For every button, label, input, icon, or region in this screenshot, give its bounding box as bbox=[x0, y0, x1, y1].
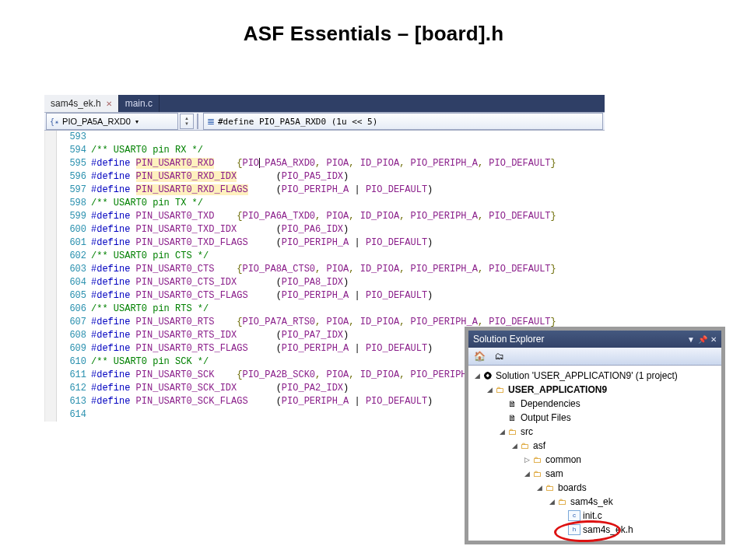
pin-icon[interactable]: 📌 bbox=[698, 335, 707, 344]
code-token: PIO_PERIPH_A bbox=[282, 396, 349, 407]
code-token: , bbox=[399, 158, 410, 169]
tree-node[interactable]: hsam4s_ek.h bbox=[470, 523, 720, 537]
expand-collapse-icon[interactable]: ▷ bbox=[523, 456, 531, 464]
breakpoint-margin[interactable] bbox=[45, 131, 57, 422]
code-token: ) bbox=[343, 383, 349, 394]
expand-collapse-icon[interactable]: ◢ bbox=[473, 372, 481, 380]
code-token: PIO bbox=[242, 158, 259, 169]
definition-combo[interactable]: ≣ #define PIO_PA5A_RXD0 (1u << 5) bbox=[203, 113, 603, 130]
dropdown-icon[interactable]: ▼ bbox=[687, 335, 695, 344]
code-token: | bbox=[349, 290, 366, 301]
code-token: _PA5A_RXD0 bbox=[259, 158, 315, 169]
code-token: /** USART0 pin RTS */ bbox=[91, 303, 209, 314]
code-token: PIO_PERIPH_A bbox=[411, 264, 478, 275]
code-line[interactable]: #define PIN_USART0_TXD {PIO_PA6A_TXD0, P… bbox=[91, 210, 605, 223]
code-line[interactable]: /** USART0 pin CTS */ bbox=[91, 250, 605, 263]
code-line[interactable] bbox=[91, 131, 605, 144]
line-number: 598 bbox=[57, 197, 86, 210]
editor-tabstrip: sam4s_ek.h✕main.c bbox=[44, 95, 605, 112]
slide-title: ASF Essentials – [board].h bbox=[0, 22, 747, 46]
code-token bbox=[214, 158, 237, 169]
tree-node[interactable]: ◢🗀asf bbox=[470, 439, 720, 453]
editor-tab[interactable]: main.c bbox=[119, 95, 160, 112]
close-icon[interactable]: ✕ bbox=[710, 335, 717, 344]
line-number: 606 bbox=[57, 303, 86, 316]
code-line[interactable]: #define PIN_USART0_TXD_FLAGS (PIO_PERIPH… bbox=[91, 236, 605, 250]
expand-collapse-icon[interactable]: ◢ bbox=[523, 470, 531, 478]
tree-node[interactable]: ◢🗀USER_APPLICATION9 bbox=[470, 383, 720, 397]
code-token: PIN_USART0_CTS_FLAGS bbox=[136, 290, 248, 301]
code-line[interactable]: /** USART0 pin RTS */ bbox=[91, 303, 605, 316]
code-token: | bbox=[349, 237, 366, 248]
editor-tab[interactable]: sam4s_ek.h✕ bbox=[44, 95, 119, 112]
code-token: /** USART0 pin TX */ bbox=[91, 198, 203, 208]
solution-explorer-title-bar[interactable]: Solution Explorer ▼ 📌 ✕ bbox=[468, 331, 721, 348]
symbol-icon: {✴ bbox=[50, 117, 59, 126]
tree-node[interactable]: ◢🗀src bbox=[470, 425, 720, 439]
folder-icon: 🗀 bbox=[531, 468, 543, 479]
editor-tab-label: main.c bbox=[125, 98, 153, 109]
tree-node-label: sam bbox=[545, 468, 563, 479]
code-token: , bbox=[478, 264, 489, 275]
code-token: ID_PIOA bbox=[360, 158, 399, 169]
code-line[interactable]: #define PIN_USART0_CTS_FLAGS (PIO_PERIPH… bbox=[91, 289, 605, 303]
tree-node[interactable]: ◢🗀sam bbox=[470, 467, 720, 481]
tree-node-label: src bbox=[521, 426, 533, 437]
tree-node[interactable]: ◢🗀sam4s_ek bbox=[470, 495, 720, 509]
code-token: , bbox=[478, 211, 489, 222]
tree-node[interactable]: cinit.c bbox=[470, 509, 720, 523]
editor-tab-label: sam4s_ek.h bbox=[51, 98, 101, 109]
tree-node[interactable]: ◢🞈Solution 'USER_APPLICATION9' (1 projec… bbox=[470, 369, 720, 383]
code-token: ) bbox=[427, 396, 433, 407]
code-token: ( bbox=[237, 383, 282, 394]
code-token: } bbox=[551, 211, 556, 222]
code-line[interactable]: #define PIN_USART0_CTS {PIO_PA8A_CTS0, P… bbox=[91, 263, 605, 276]
code-token: ID_PIOA bbox=[360, 369, 399, 380]
expand-collapse-icon[interactable]: ◢ bbox=[486, 386, 493, 394]
code-token: PIN_USART0_SCK_FLAGS bbox=[136, 396, 248, 407]
solution-tree[interactable]: ◢🞈Solution 'USER_APPLICATION9' (1 projec… bbox=[468, 366, 721, 540]
code-token: , bbox=[349, 369, 359, 380]
nav-spinner[interactable]: ▲▼ bbox=[180, 114, 194, 129]
tree-node[interactable]: ◢🗀boards bbox=[470, 481, 720, 495]
code-line[interactable]: /** USART0 pin RX */ bbox=[91, 144, 605, 157]
folder-icon: 🗀 bbox=[506, 426, 518, 437]
dep-icon: 🗎 bbox=[506, 398, 518, 409]
code-line[interactable]: #define PIN_USART0_RXD_FLAGS (PIO_PERIPH… bbox=[91, 184, 605, 197]
line-number: 597 bbox=[57, 184, 86, 197]
code-token: ) bbox=[343, 330, 349, 341]
code-token: PIO_PERIPH_A bbox=[411, 211, 478, 222]
code-line[interactable]: #define PIN_USART0_RXD {PIO_PA5A_RXD0, P… bbox=[91, 157, 605, 170]
show-all-files-icon[interactable]: 🗂 bbox=[492, 348, 507, 364]
code-token: PIO_DEFAULT bbox=[489, 264, 550, 275]
code-line[interactable]: #define PIN_USART0_CTS_IDX (PIO_PA8_IDX) bbox=[91, 276, 605, 289]
tree-node[interactable]: 🗎Dependencies bbox=[470, 397, 720, 411]
expand-collapse-icon[interactable]: ◢ bbox=[535, 484, 543, 492]
code-token: ( bbox=[237, 224, 282, 235]
expand-collapse-icon[interactable]: ◢ bbox=[510, 442, 518, 450]
editor-nav-bar: {✴ PIO_PA5A_RXD0 ▾ ▲▼ ≣ #define PIO_PA5A… bbox=[44, 112, 605, 131]
code-token: PIO_PERIPH_A bbox=[411, 317, 478, 327]
code-token: PIO_PA7A_RTS0 bbox=[242, 317, 315, 327]
line-number: 599 bbox=[57, 210, 86, 223]
code-line[interactable]: #define PIN_USART0_RXD_IDX (PIO_PA5_IDX) bbox=[91, 170, 605, 184]
solution-explorer-title: Solution Explorer bbox=[473, 334, 544, 345]
code-line[interactable]: /** USART0 pin TX */ bbox=[91, 197, 605, 210]
close-icon[interactable]: ✕ bbox=[106, 100, 112, 108]
code-token: #define bbox=[91, 396, 136, 407]
code-token: ) bbox=[427, 343, 433, 354]
line-number: 607 bbox=[57, 316, 86, 329]
tree-node[interactable]: ▷🗀common bbox=[470, 453, 720, 467]
code-token: PIO_PERIPH_A bbox=[282, 290, 349, 301]
code-line[interactable]: #define PIN_USART0_TXD_IDX (PIO_PA6_IDX) bbox=[91, 223, 605, 236]
code-token bbox=[214, 317, 237, 327]
expand-collapse-icon[interactable]: ◢ bbox=[498, 428, 506, 436]
code-token bbox=[214, 211, 237, 222]
expand-collapse-icon[interactable]: ◢ bbox=[548, 498, 556, 506]
home-icon[interactable]: 🏠 bbox=[472, 348, 487, 364]
symbol-combo[interactable]: {✴ PIO_PA5A_RXD0 ▾ bbox=[46, 113, 178, 130]
tree-node[interactable]: 🗎Output Files bbox=[470, 411, 720, 425]
line-number: 611 bbox=[57, 369, 86, 382]
code-token: PIO_PA6A_TXD0 bbox=[242, 211, 315, 222]
line-number: 593 bbox=[57, 131, 86, 144]
